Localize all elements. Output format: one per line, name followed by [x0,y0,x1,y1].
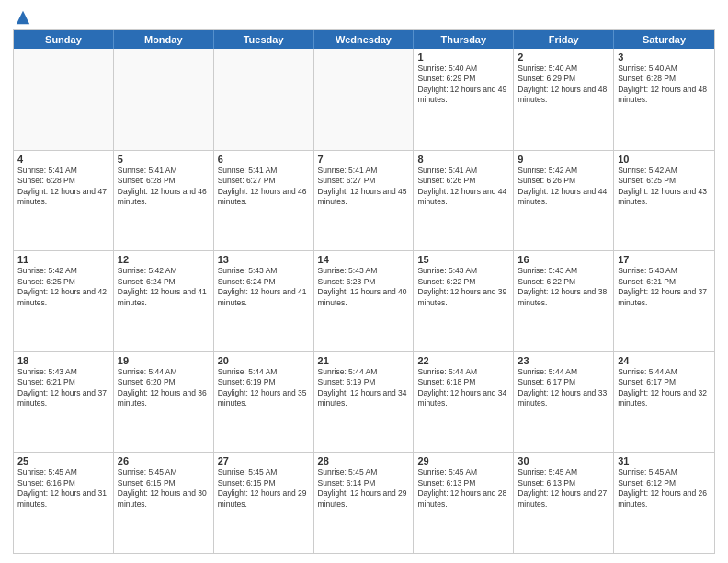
day-number: 4 [17,154,109,165]
header-day-saturday: Saturday [614,30,714,49]
header-day-monday: Monday [114,30,214,49]
day-info: Sunrise: 5:44 AMSunset: 6:19 PMDaylight:… [318,367,410,409]
calendar-cell [314,49,415,150]
day-number: 8 [417,154,509,165]
day-info: Sunrise: 5:45 AMSunset: 6:15 PMDaylight:… [218,467,310,510]
day-number: 18 [17,355,109,366]
day-info: Sunrise: 5:42 AMSunset: 6:26 PMDaylight:… [518,166,609,208]
day-info: Sunrise: 5:42 AMSunset: 6:24 PMDaylight:… [118,266,210,308]
calendar-cell: 28Sunrise: 5:45 AMSunset: 6:14 PMDayligh… [314,453,415,553]
day-info: Sunrise: 5:43 AMSunset: 6:21 PMDaylight:… [17,367,109,409]
day-info: Sunrise: 5:45 AMSunset: 6:13 PMDaylight:… [518,467,609,510]
day-info: Sunrise: 5:41 AMSunset: 6:28 PMDaylight:… [17,166,109,208]
header-day-thursday: Thursday [414,30,514,49]
calendar-cell [14,49,114,150]
calendar-cell: 7Sunrise: 5:41 AMSunset: 6:27 PMDaylight… [314,151,415,251]
day-number: 11 [17,254,109,265]
day-number: 28 [318,455,410,466]
calendar-cell: 27Sunrise: 5:45 AMSunset: 6:15 PMDayligh… [214,453,314,553]
calendar-cell: 6Sunrise: 5:41 AMSunset: 6:27 PMDaylight… [214,151,314,251]
calendar-row-4: 18Sunrise: 5:43 AMSunset: 6:21 PMDayligh… [14,351,714,453]
header-day-sunday: Sunday [14,30,114,49]
calendar-cell: 29Sunrise: 5:45 AMSunset: 6:13 PMDayligh… [414,453,514,553]
day-info: Sunrise: 5:45 AMSunset: 6:12 PMDaylight:… [618,467,711,510]
day-number: 22 [417,355,509,366]
calendar-row-5: 25Sunrise: 5:45 AMSunset: 6:16 PMDayligh… [14,452,714,553]
day-info: Sunrise: 5:43 AMSunset: 6:22 PMDaylight:… [417,266,509,308]
day-info: Sunrise: 5:41 AMSunset: 6:27 PMDaylight:… [318,166,410,208]
day-number: 24 [618,355,711,366]
day-number: 29 [417,455,509,466]
day-info: Sunrise: 5:41 AMSunset: 6:28 PMDaylight:… [118,166,210,208]
calendar-header: SundayMondayTuesdayWednesdayThursdayFrid… [14,30,714,49]
calendar-cell: 22Sunrise: 5:44 AMSunset: 6:18 PMDayligh… [414,352,514,453]
calendar-cell: 25Sunrise: 5:45 AMSunset: 6:16 PMDayligh… [14,453,114,553]
day-info: Sunrise: 5:44 AMSunset: 6:18 PMDaylight:… [417,367,509,409]
day-info: Sunrise: 5:43 AMSunset: 6:24 PMDaylight:… [218,266,310,308]
calendar-cell: 19Sunrise: 5:44 AMSunset: 6:20 PMDayligh… [114,352,214,453]
calendar-cell: 1Sunrise: 5:40 AMSunset: 6:29 PMDaylight… [414,49,514,150]
day-number: 6 [218,154,310,165]
day-number: 12 [118,254,210,265]
header-day-wednesday: Wednesday [314,30,415,49]
day-number: 19 [118,355,210,366]
calendar-cell: 4Sunrise: 5:41 AMSunset: 6:28 PMDaylight… [14,151,114,251]
calendar-cell: 13Sunrise: 5:43 AMSunset: 6:24 PMDayligh… [214,251,314,351]
calendar-cell: 10Sunrise: 5:42 AMSunset: 6:25 PMDayligh… [614,151,714,251]
header [13,9,715,26]
day-number: 2 [518,52,609,63]
calendar-cell: 12Sunrise: 5:42 AMSunset: 6:24 PMDayligh… [114,251,214,351]
day-number: 16 [518,254,609,265]
day-info: Sunrise: 5:43 AMSunset: 6:22 PMDaylight:… [518,266,609,308]
day-number: 30 [518,455,609,466]
calendar-row-3: 11Sunrise: 5:42 AMSunset: 6:25 PMDayligh… [14,250,714,351]
day-info: Sunrise: 5:45 AMSunset: 6:14 PMDaylight:… [318,467,410,510]
day-number: 17 [618,254,711,265]
calendar-cell: 18Sunrise: 5:43 AMSunset: 6:21 PMDayligh… [14,352,114,453]
day-info: Sunrise: 5:41 AMSunset: 6:26 PMDaylight:… [417,166,509,208]
day-info: Sunrise: 5:45 AMSunset: 6:13 PMDaylight:… [417,467,509,510]
day-number: 14 [318,254,410,265]
day-number: 9 [518,154,609,165]
day-number: 23 [518,355,609,366]
day-info: Sunrise: 5:40 AMSunset: 6:28 PMDaylight:… [618,63,711,106]
day-number: 31 [618,455,711,466]
day-info: Sunrise: 5:43 AMSunset: 6:23 PMDaylight:… [318,266,410,308]
day-info: Sunrise: 5:44 AMSunset: 6:20 PMDaylight:… [118,367,210,409]
day-number: 15 [417,254,509,265]
page: SundayMondayTuesdayWednesdayThursdayFrid… [0,0,728,563]
calendar-cell: 26Sunrise: 5:45 AMSunset: 6:15 PMDayligh… [114,453,214,553]
calendar-cell: 21Sunrise: 5:44 AMSunset: 6:19 PMDayligh… [314,352,415,453]
calendar-cell: 2Sunrise: 5:40 AMSunset: 6:29 PMDaylight… [514,49,614,150]
calendar: SundayMondayTuesdayWednesdayThursdayFrid… [13,29,715,554]
calendar-cell [114,49,214,150]
day-number: 25 [17,455,109,466]
day-info: Sunrise: 5:41 AMSunset: 6:27 PMDaylight:… [218,166,310,208]
calendar-cell: 9Sunrise: 5:42 AMSunset: 6:26 PMDaylight… [514,151,614,251]
header-day-friday: Friday [514,30,614,49]
day-info: Sunrise: 5:45 AMSunset: 6:15 PMDaylight:… [118,467,210,510]
header-day-tuesday: Tuesday [214,30,314,49]
calendar-cell: 14Sunrise: 5:43 AMSunset: 6:23 PMDayligh… [314,251,415,351]
day-info: Sunrise: 5:43 AMSunset: 6:21 PMDaylight:… [618,266,711,308]
calendar-cell: 23Sunrise: 5:44 AMSunset: 6:17 PMDayligh… [514,352,614,453]
day-number: 26 [118,455,210,466]
day-info: Sunrise: 5:44 AMSunset: 6:17 PMDaylight:… [518,367,609,409]
svg-marker-0 [17,11,29,24]
day-info: Sunrise: 5:40 AMSunset: 6:29 PMDaylight:… [417,63,509,106]
day-number: 10 [618,154,711,165]
logo-icon [15,9,31,26]
day-info: Sunrise: 5:42 AMSunset: 6:25 PMDaylight:… [618,166,711,208]
calendar-cell: 5Sunrise: 5:41 AMSunset: 6:28 PMDaylight… [114,151,214,251]
calendar-body: 1Sunrise: 5:40 AMSunset: 6:29 PMDaylight… [14,49,714,553]
day-number: 1 [417,52,509,63]
calendar-row-1: 1Sunrise: 5:40 AMSunset: 6:29 PMDaylight… [14,49,714,150]
day-number: 7 [318,154,410,165]
day-info: Sunrise: 5:44 AMSunset: 6:19 PMDaylight:… [218,367,310,409]
calendar-cell: 15Sunrise: 5:43 AMSunset: 6:22 PMDayligh… [414,251,514,351]
day-info: Sunrise: 5:45 AMSunset: 6:16 PMDaylight:… [17,467,109,510]
day-number: 20 [218,355,310,366]
calendar-cell: 30Sunrise: 5:45 AMSunset: 6:13 PMDayligh… [514,453,614,553]
day-number: 21 [318,355,410,366]
day-number: 13 [218,254,310,265]
